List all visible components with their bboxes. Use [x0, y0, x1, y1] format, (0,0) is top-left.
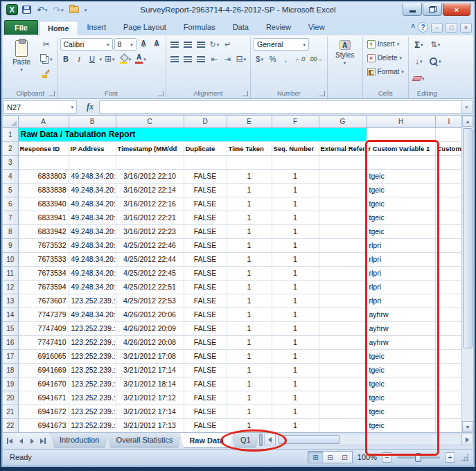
grow-font-button[interactable]: A▲ [138, 38, 150, 51]
cell[interactable]: 123.252.239.: [69, 377, 116, 391]
cell[interactable]: 1 [272, 349, 319, 363]
cell[interactable] [319, 308, 367, 321]
cell[interactable] [319, 183, 367, 197]
clear-button[interactable]: ▾ [412, 72, 426, 85]
cell[interactable]: tgeic [367, 197, 435, 211]
cell[interactable] [319, 169, 367, 183]
row-header-9[interactable]: 9 [3, 238, 18, 252]
cell[interactable]: FALSE [184, 252, 227, 266]
alignment-dialog-launcher[interactable] [243, 91, 248, 96]
first-sheet-button[interactable] [5, 436, 15, 446]
cell[interactable]: 1 [227, 280, 272, 294]
cell[interactable] [435, 391, 461, 405]
row-header-15[interactable]: 15 [3, 321, 18, 335]
cell[interactable] [435, 294, 461, 308]
cell[interactable] [319, 211, 367, 224]
column-header-b[interactable]: B [69, 116, 116, 127]
cell[interactable]: rlpri [367, 266, 435, 280]
cell[interactable]: 7673533 [18, 252, 69, 266]
column-title-cell[interactable]: Response ID [18, 141, 69, 155]
cell[interactable] [319, 294, 367, 308]
cell[interactable]: tgeic [367, 363, 435, 377]
cell[interactable]: 1 [272, 418, 319, 432]
styles-button[interactable]: A Styles ▾ [330, 38, 360, 65]
cell[interactable]: rlpri [367, 238, 435, 252]
cell[interactable]: FALSE [184, 238, 227, 252]
cell[interactable]: 1 [227, 211, 272, 224]
ribbon-tab-insert[interactable]: Insert [79, 20, 115, 35]
cell[interactable]: FALSE [184, 197, 227, 211]
cell[interactable]: 1 [272, 294, 319, 308]
cell[interactable]: 1 [272, 266, 319, 280]
font-family-combo[interactable]: Calibri▾ [60, 38, 113, 51]
paste-button[interactable]: Paste ▾ [7, 38, 36, 72]
cell[interactable]: 1 [227, 308, 272, 321]
cell[interactable]: 1 [227, 266, 272, 280]
cell[interactable]: 123.252.239.: [69, 405, 116, 418]
redo-button[interactable]: ↷▾ [51, 3, 64, 16]
cell[interactable]: 1 [272, 363, 319, 377]
fill-color-button[interactable]: ▾ [118, 53, 133, 65]
prev-sheet-button[interactable] [16, 436, 26, 446]
cell[interactable] [435, 224, 461, 238]
cell[interactable] [435, 211, 461, 224]
column-header-c[interactable]: C [116, 116, 184, 127]
cell[interactable]: FALSE [184, 224, 227, 238]
cell[interactable]: 1 [272, 335, 319, 349]
cell[interactable]: tgeic [367, 349, 435, 363]
expand-formula-bar-button[interactable]: ▾ [461, 100, 473, 114]
row-header-14[interactable]: 14 [3, 308, 18, 321]
cell[interactable]: FALSE [184, 377, 227, 391]
cell[interactable]: 6941669 [18, 363, 69, 377]
name-box[interactable]: N27 ▾ [3, 100, 77, 114]
cell[interactable]: 1 [272, 391, 319, 405]
workbook-restore-button[interactable]: □ [446, 23, 457, 33]
cell[interactable] [435, 418, 461, 432]
cell[interactable]: 6833940 [18, 197, 69, 211]
cell[interactable]: 123.252.239.: [69, 418, 116, 432]
cell[interactable]: 7673532 [18, 238, 69, 252]
scroll-down-button[interactable]: ▼ [462, 421, 473, 432]
sheet-tab-q1[interactable]: Q1 [231, 433, 261, 447]
cell[interactable]: FALSE [184, 391, 227, 405]
cell[interactable]: FALSE [184, 349, 227, 363]
cell[interactable] [18, 155, 69, 169]
cell[interactable]: 1 [272, 197, 319, 211]
cell[interactable]: 6833941 [18, 211, 69, 224]
cell[interactable]: 49.248.34.20: [69, 252, 116, 266]
cell[interactable] [435, 280, 461, 294]
cell[interactable]: FALSE [184, 308, 227, 321]
cell[interactable]: 7747379 [18, 308, 69, 321]
fill-button[interactable]: ↓▾ [412, 55, 426, 68]
cell[interactable]: 1 [227, 321, 272, 335]
row-header-1[interactable]: 1 [3, 127, 18, 141]
cell[interactable]: 3/16/2012 22:16 [116, 197, 184, 211]
delete-cells-button[interactable]: ×Delete▾ [366, 52, 405, 64]
row-header-6[interactable]: 6 [3, 197, 18, 211]
cell[interactable] [319, 321, 367, 335]
column-title-cell[interactable]: Custom V [435, 141, 461, 155]
cell[interactable]: 3/21/2012 18:14 [116, 377, 184, 391]
align-right-button[interactable] [195, 53, 207, 65]
ribbon-tab-formulas[interactable]: Formulas [175, 20, 224, 35]
cell[interactable]: 1 [227, 335, 272, 349]
cell[interactable] [435, 335, 461, 349]
font-size-combo[interactable]: 8▾ [114, 38, 136, 51]
vertical-scroll-thumb[interactable] [463, 128, 473, 348]
zoom-slider[interactable] [397, 456, 440, 459]
sort-filter-button[interactable]: ⇅▾ [428, 38, 443, 51]
number-dialog-launcher[interactable] [319, 91, 325, 96]
cell[interactable]: 49.248.34.20: [69, 224, 116, 238]
row-header-5[interactable]: 5 [3, 183, 18, 197]
cell[interactable] [367, 155, 435, 169]
cell[interactable]: FALSE [184, 183, 227, 197]
align-middle-button[interactable] [182, 38, 194, 51]
align-left-button[interactable] [169, 53, 181, 65]
cell[interactable]: rlpri [367, 280, 435, 294]
last-sheet-button[interactable] [38, 436, 48, 446]
scroll-left-button[interactable] [265, 434, 276, 445]
row-header-10[interactable]: 10 [3, 252, 18, 266]
cell[interactable]: rlpri [367, 252, 435, 266]
cell[interactable]: 1 [227, 183, 272, 197]
ribbon-tab-home[interactable]: Home [39, 21, 78, 35]
